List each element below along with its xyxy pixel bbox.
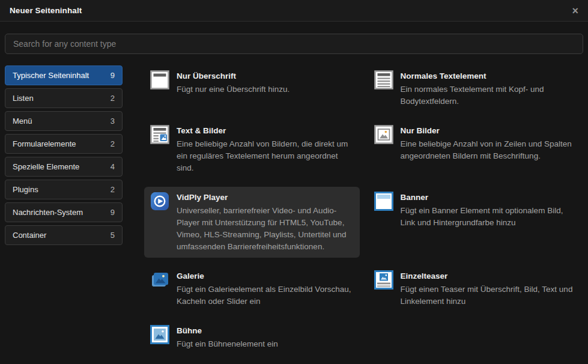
item-vidply-player[interactable]: VidPly Player Universeller, barrierefrei… [144,187,360,258]
images-only-icon [374,125,393,144]
sidebar-item-count: 3 [111,117,115,126]
dialog-body: Typischer Seiteninhalt 9 Listen 2 Menü 3… [0,54,588,355]
sidebar-item-container[interactable]: Container 5 [5,225,123,245]
item-description: Eine beliebige Anzahl von in Zeilen und … [401,138,578,162]
item-title: VidPly Player [177,192,354,202]
sidebar-item-spezielle-elemente[interactable]: Spezielle Elemente 4 [5,157,123,177]
item-title: Normales Textelement [401,71,578,81]
sidebar-item-label: Listen [13,94,34,103]
sidebar-item-label: Container [13,231,46,240]
sidebar-item-label: Formularelemente [13,139,76,148]
sidebar-item-label: Menü [13,117,32,126]
sidebar-item-plugins[interactable]: Plugins 2 [5,180,123,199]
sidebar-item-count: 5 [111,231,115,240]
search-bar [0,22,588,54]
sidebar-item-count: 2 [111,94,115,103]
sidebar-item-label: Nachrichten-System [13,208,83,217]
item-description: Fügt ein Bühnenelement ein [177,338,278,350]
item-title: Galerie [177,271,354,281]
item-description: Universeller, barrierefreier Video- und … [177,205,354,253]
content-element-grid: Nur Überschrift Fügt nur eine Überschrif… [144,65,583,355]
item-heading-only[interactable]: Nur Überschrift Fügt nur eine Überschrif… [144,65,360,100]
text-images-icon [150,125,169,144]
heading-only-icon [150,70,169,89]
item-banner[interactable]: Banner Fügt ein Banner Element mit optio… [368,187,584,234]
single-teaser-icon [374,270,393,290]
sidebar-item-count: 9 [111,71,115,80]
item-title: Text & Bilder [177,126,354,136]
search-input[interactable] [5,34,583,54]
stage-icon [150,325,169,344]
dialog-header: Neuer Seiteninhalt × [0,0,588,22]
sidebar-item-label: Plugins [13,185,38,194]
item-images-only[interactable]: Nur Bilder Eine beliebige Anzahl von in … [368,120,584,167]
item-description: Fügt ein Galerieelement als Einzelbild V… [177,284,354,308]
dialog-title: Neuer Seiteninhalt [10,6,82,15]
item-description: Fügt nur eine Überschrift hinzu. [177,83,289,96]
item-description: Fügt einen Teaser mit Überschrift, Bild,… [401,284,578,308]
sidebar-item-formularelemente[interactable]: Formularelemente 2 [5,134,123,154]
item-title: Banner [401,192,578,202]
category-sidebar: Typischer Seiteninhalt 9 Listen 2 Menü 3… [5,65,123,248]
gallery-icon [150,270,169,290]
sidebar-item-count: 2 [111,185,115,194]
item-gallery[interactable]: Galerie Fügt ein Galerieelement als Einz… [144,265,360,312]
text-element-icon [374,70,393,89]
item-text-images[interactable]: Text & Bilder Eine beliebige Anzahl von … [144,120,360,179]
sidebar-item-menue[interactable]: Menü 3 [5,111,123,131]
item-description: Eine beliebige Anzahl von Bildern, die d… [177,138,354,174]
item-description: Ein normales Textelement mit Kopf- und B… [401,83,578,108]
item-title: Nur Überschrift [177,71,289,81]
sidebar-item-count: 4 [111,162,115,171]
item-stage[interactable]: Bühne Fügt ein Bühnenelement ein [144,320,360,355]
sidebar-item-nachrichten-system[interactable]: Nachrichten-System 9 [5,202,123,222]
item-single-teaser[interactable]: Einzelteaser Fügt einen Teaser mit Übers… [368,265,584,312]
sidebar-item-label: Typischer Seiteninhalt [13,71,89,80]
sidebar-item-listen[interactable]: Listen 2 [5,88,123,108]
item-title: Nur Bilder [401,126,578,136]
sidebar-item-count: 9 [111,208,115,217]
vidply-player-icon [150,192,169,211]
item-title: Einzelteaser [401,271,578,281]
item-title: Bühne [177,326,278,336]
sidebar-item-label: Spezielle Elemente [13,162,79,171]
banner-icon [374,192,393,211]
close-icon[interactable]: × [572,5,578,16]
item-regular-text[interactable]: Normales Textelement Ein normales Textel… [368,65,584,112]
sidebar-item-typischer-seiteninhalt[interactable]: Typischer Seiteninhalt 9 [5,65,123,85]
item-description: Fügt ein Banner Element mit optionalem B… [401,205,578,229]
sidebar-item-count: 2 [111,139,115,148]
